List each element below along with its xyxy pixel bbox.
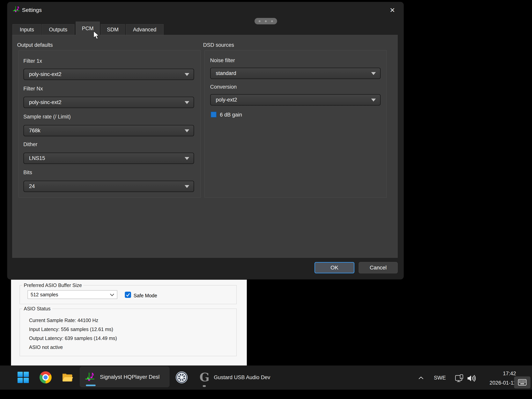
wheel-icon xyxy=(176,371,188,383)
filter-nx-select[interactable]: poly-sinc-ext2 xyxy=(23,97,194,108)
status-line: Input Latency: 556 samples (12.61 ms) xyxy=(29,325,117,334)
bits-select[interactable]: 24 xyxy=(23,180,194,192)
chevron-down-icon xyxy=(185,101,189,104)
close-button[interactable]: ✕ xyxy=(388,6,397,15)
noise-filter-select[interactable]: standard xyxy=(210,68,381,79)
folder-icon xyxy=(62,372,73,383)
taskbar: Signalyst HQPlayer Desl G Gustard USB Au… xyxy=(0,366,532,390)
status-line: Current Sample Rate: 44100 Hz xyxy=(29,316,117,325)
filter-1x-label: Filter 1x xyxy=(23,58,42,64)
filter-1x-select[interactable]: poly-sinc-ext2 xyxy=(23,69,194,80)
pcm-tab-page: Output defaults Filter 1x poly-sinc-ext2… xyxy=(12,35,398,258)
dither-select[interactable]: LNS15 xyxy=(23,153,194,164)
chevron-up-icon xyxy=(418,376,424,380)
asio-status-lines: Current Sample Rate: 44100 Hz Input Late… xyxy=(29,316,117,352)
tab-outputs[interactable]: Outputs xyxy=(42,24,74,35)
filter-nx-label: Filter Nx xyxy=(23,86,43,92)
display-device-icon xyxy=(455,374,464,383)
filter-nx-value: poly-sinc-ext2 xyxy=(29,99,62,105)
chevron-down-icon xyxy=(371,72,376,75)
tab-inputs[interactable]: Inputs xyxy=(13,24,41,35)
touch-keyboard-button[interactable] xyxy=(514,376,531,388)
noise-filter-value: standard xyxy=(216,70,236,76)
chevron-down-icon xyxy=(185,129,189,132)
cancel-button[interactable]: Cancel xyxy=(359,262,398,273)
safe-mode-label: Safe Mode xyxy=(133,293,157,298)
hqplayer-taskbar-button[interactable]: Signalyst HQPlayer Desl xyxy=(80,367,169,387)
start-button[interactable] xyxy=(17,371,29,383)
tray-overflow-button[interactable] xyxy=(417,375,425,381)
filter-1x-value: poly-sinc-ext2 xyxy=(29,71,62,77)
asio-control-panel: Preferred ASIO Buffer Size 512 samples S… xyxy=(11,280,247,366)
sample-rate-value: 768k xyxy=(29,128,40,134)
buffer-size-caption: Preferred ASIO Buffer Size xyxy=(22,283,83,288)
sample-rate-label: Sample rate (/ Limit) xyxy=(23,114,71,120)
file-explorer-button[interactable] xyxy=(62,372,73,383)
chevron-down-icon xyxy=(185,73,189,76)
network-display-button[interactable] xyxy=(455,373,464,383)
noise-filter-label: Noise filter xyxy=(210,58,235,64)
clock-date[interactable]: 2026-01-11 xyxy=(481,380,516,386)
sample-rate-select[interactable]: 768k xyxy=(23,125,194,136)
hqplayer-logo-icon xyxy=(84,372,95,382)
bits-value: 24 xyxy=(29,183,35,189)
language-indicator[interactable]: SWE xyxy=(434,375,446,381)
status-line: ASIO not active xyxy=(29,343,117,352)
hqplayer-taskbar-label: Signalyst HQPlayer Desl xyxy=(100,374,160,380)
dither-label: Dither xyxy=(23,142,37,148)
chevron-down-icon xyxy=(371,99,376,102)
ok-button[interactable]: OK xyxy=(315,262,355,273)
wheel-app-button[interactable] xyxy=(176,371,188,384)
chrome-icon xyxy=(39,371,52,383)
buffer-size-combobox[interactable]: 512 samples xyxy=(28,290,117,299)
conversion-select[interactable]: poly-ext2 xyxy=(210,94,381,106)
tab-advanced[interactable]: Advanced xyxy=(126,24,164,35)
gustard-taskbar-button[interactable]: G xyxy=(199,371,210,383)
keyboard-icon xyxy=(518,379,526,386)
gain-checkbox-label: 6 dB gain xyxy=(220,112,242,118)
check-icon xyxy=(125,292,131,298)
gain-checkbox[interactable] xyxy=(211,112,216,117)
gustard-logo-icon: G xyxy=(199,371,209,383)
hqplayer-logo-icon xyxy=(12,6,20,13)
output-defaults-group: Filter 1x poly-sinc-ext2 Filter Nx poly-… xyxy=(19,50,201,198)
asio-status-caption: ASIO Status xyxy=(22,306,52,312)
dither-value: LNS15 xyxy=(29,155,45,161)
chrome-button[interactable] xyxy=(39,371,52,383)
mouse-cursor xyxy=(93,31,100,40)
dialog-title: Settings xyxy=(22,7,42,13)
chevron-down-icon xyxy=(185,157,189,160)
speaker-icon xyxy=(467,374,476,382)
volume-button[interactable] xyxy=(467,374,476,383)
chevron-down-icon xyxy=(185,185,189,188)
gustard-taskbar-label[interactable]: Gustard USB Audio Dev xyxy=(214,374,270,380)
buffer-size-value: 512 samples xyxy=(31,292,58,297)
dsd-sources-group: Noise filter standard Conversion poly-ex… xyxy=(204,50,387,198)
dsd-sources-caption: DSD sources xyxy=(203,42,234,48)
running-app-indicator xyxy=(203,385,206,387)
tab-sdm[interactable]: SDM xyxy=(101,24,125,35)
drag-handle[interactable] xyxy=(254,18,277,24)
output-defaults-caption: Output defaults xyxy=(17,42,53,48)
bits-label: Bits xyxy=(23,169,32,175)
windows-logo-icon xyxy=(17,372,29,383)
settings-dialog: Settings ✕ Inputs Outputs PCM SDM Advanc… xyxy=(7,2,404,279)
safe-mode-checkbox[interactable] xyxy=(125,292,131,298)
active-app-indicator xyxy=(86,385,96,386)
buffer-size-group: Preferred ASIO Buffer Size 512 samples S… xyxy=(20,285,237,304)
chevron-down-icon xyxy=(110,292,114,296)
clock-time[interactable]: 17:42 xyxy=(481,371,516,377)
conversion-value: poly-ext2 xyxy=(216,97,237,103)
asio-status-group: ASIO Status Current Sample Rate: 44100 H… xyxy=(20,309,237,356)
conversion-label: Conversion xyxy=(210,84,237,90)
status-line: Output Latency: 639 samples (14.49 ms) xyxy=(29,334,117,343)
